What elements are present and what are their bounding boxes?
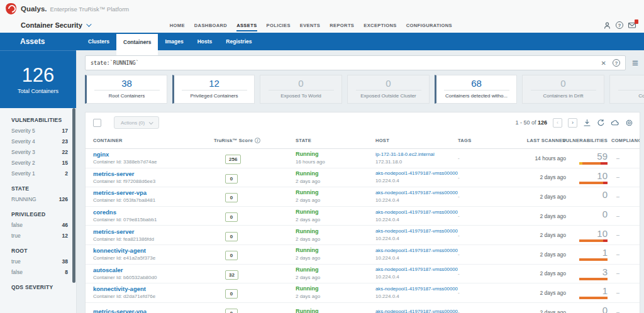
container-name-link[interactable]: metrics-server <box>93 170 214 177</box>
prev-page-button[interactable]: ‹ <box>553 118 562 128</box>
host-link[interactable]: aks-nodepool1-41979187-vmss000000 <box>375 286 458 292</box>
cloud-icon[interactable] <box>611 119 619 126</box>
filter-item[interactable]: false8 <box>11 269 68 275</box>
table-row[interactable]: metrics-server-vpa 0 Running <box>86 303 640 313</box>
nav-item[interactable]: REPORTS <box>330 19 354 31</box>
settings-gear-icon[interactable] <box>625 119 633 127</box>
actions-button-label: Actions (0) <box>121 120 145 126</box>
nav-item[interactable]: POLICIES <box>267 19 291 31</box>
filter-item[interactable]: Severity 215 <box>11 160 68 166</box>
filter-item[interactable]: true12 <box>11 233 68 239</box>
container-name-link[interactable]: nginx <box>93 151 214 158</box>
stat-card-value: 68 <box>471 78 482 89</box>
table-row[interactable]: metrics-server-vpa Container Id: 053fa7b… <box>86 187 640 207</box>
nav-item[interactable]: CONFIGURATIONS <box>406 19 452 31</box>
filter-item-label: false <box>11 269 23 275</box>
host-cell: aks-nodepool1-41979187-vmss000000 10.224… <box>375 248 458 261</box>
state-value: Running <box>296 266 375 273</box>
brand-name: Qualys. <box>21 5 47 13</box>
notifications-mail-icon[interactable] <box>628 21 636 29</box>
table-row[interactable]: konnectivity-agent Container Id: e41a2a5… <box>86 245 640 265</box>
user-icon[interactable] <box>603 21 611 30</box>
container-name-link[interactable]: konnectivity-agent <box>93 285 214 292</box>
nav-item[interactable]: EXCEPTIONS <box>364 19 396 31</box>
table-row[interactable]: metrics-server Container Id: f972088d6ee… <box>86 168 640 188</box>
column-header[interactable]: HOST <box>375 138 458 143</box>
column-header[interactable]: TruRisk™ Score i <box>214 138 296 143</box>
container-name-link[interactable]: autoscaler <box>93 266 214 273</box>
filter-item[interactable]: Severity 423 <box>11 138 68 145</box>
column-header[interactable]: CONTAINER <box>93 138 214 143</box>
search-help-icon[interactable]: ? <box>613 59 620 67</box>
tab[interactable]: Registries <box>219 33 258 50</box>
download-icon[interactable] <box>583 119 591 127</box>
stat-card[interactable]: 68 Containers detected witho... <box>435 75 517 104</box>
column-header[interactable]: TAGS <box>458 138 506 143</box>
table-row[interactable]: coredns Container Id: 079e815babb1 0 Run… <box>86 207 640 226</box>
stat-card[interactable]: 12 Privileged Containers <box>172 75 255 104</box>
container-name-link[interactable]: metrics-server-vpa <box>93 189 214 196</box>
filter-item[interactable]: Severity 517 <box>11 128 68 134</box>
vulnerabilities-cell: 10 <box>566 229 611 242</box>
column-header[interactable]: STATE <box>296 138 375 143</box>
host-link[interactable]: aks-nodepool1-41979187-vmss000000 <box>375 170 458 177</box>
stat-card[interactable]: 0 Containers in Drift <box>522 75 604 104</box>
container-cell: nginx Container Id: 3388eb7d74ae <box>93 151 214 165</box>
select-all-checkbox[interactable] <box>93 119 101 127</box>
table-row[interactable]: metrics-server Container Id: fea821386fd… <box>86 226 640 245</box>
nav-item[interactable]: EVENTS <box>300 19 320 31</box>
stat-card-divider <box>356 90 421 91</box>
nav-item[interactable]: ASSETS <box>236 19 257 31</box>
search-input[interactable]: state:`RUNNING` ✕ ? <box>85 55 626 70</box>
tab[interactable]: Containers <box>116 34 158 55</box>
table-row[interactable]: konnectivity-agent Container Id: d2da71e… <box>86 283 640 303</box>
tab[interactable]: Images <box>158 33 190 50</box>
filter-item[interactable]: Severity 12 <box>11 170 68 177</box>
container-id: Container Id: 053fa7ba8481 <box>93 197 214 204</box>
filter-item[interactable]: RUNNING126 <box>11 196 68 202</box>
tab[interactable]: Clusters <box>81 33 116 50</box>
module-switcher[interactable]: Container Security <box>21 21 90 29</box>
filter-item-label: Severity 3 <box>11 149 35 155</box>
column-header[interactable]: COMPLIANCE <box>611 138 640 143</box>
filter-item-count: 15 <box>62 160 68 166</box>
host-link[interactable]: aks-nodepool1-41979187-vmss000000 <box>375 309 458 313</box>
container-name-link[interactable]: coredns <box>93 209 214 216</box>
container-name-link[interactable]: metrics-server-vpa <box>93 308 214 313</box>
stat-card[interactable]: 38 Root Containers <box>85 75 167 104</box>
clear-search-icon[interactable]: ✕ <box>601 60 606 67</box>
table-row[interactable]: autoscaler Container Id: b60532ab80d0 32… <box>86 265 640 284</box>
nav-item[interactable]: DASHBOARD <box>194 19 227 31</box>
vuln-bar-segment <box>603 182 608 184</box>
filter-item[interactable]: Severity 322 <box>11 149 68 155</box>
host-link[interactable]: aks-nodepool1-41979187-vmss000000 <box>375 248 458 254</box>
help-icon[interactable]: ? <box>616 21 623 29</box>
stat-card[interactable]: 0 Exposed Outside Cluster <box>347 75 430 104</box>
filter-item[interactable]: false46 <box>11 222 68 228</box>
host-link[interactable]: aks-nodepool1-41979187-vmss000000 <box>375 190 458 196</box>
info-icon[interactable]: i <box>255 138 260 143</box>
column-header[interactable]: LAST SCANNED <box>506 138 566 143</box>
nav-item[interactable]: HOME <box>170 19 185 31</box>
refresh-icon[interactable] <box>597 119 605 127</box>
table-row[interactable]: nginx Container Id: 3388eb7d74ae 256 Run… <box>86 149 640 168</box>
menu-hamburger-icon[interactable]: ≡ <box>632 58 638 69</box>
host-link[interactable]: aks-nodepool1-41979187-vmss000000 <box>375 266 458 273</box>
container-id: Container Id: d2da71efd76e <box>93 294 214 300</box>
filter-item[interactable]: true38 <box>11 258 68 265</box>
filter-item-label: true <box>11 258 21 265</box>
host-link[interactable]: aks-nodepool1-41979187-vmss000000 <box>375 209 458 216</box>
container-name-link[interactable]: konnectivity-agent <box>93 247 214 254</box>
stat-card[interactable]: 0 Exposed To World <box>260 75 342 104</box>
stat-card[interactable]: Containers <box>609 75 644 104</box>
container-id: Container Id: b60532ab80d0 <box>93 275 214 281</box>
tab[interactable]: Hosts <box>191 33 219 50</box>
host-link[interactable]: ip-172-31-18-0.ec2.internal <box>375 151 458 158</box>
host-link[interactable]: aks-nodepool1-41979187-vmss000000 <box>375 228 458 234</box>
host-cell: ip-172-31-18-0.ec2.internal 172.31.18.0 <box>375 151 458 165</box>
actions-button[interactable]: Actions (0) <box>114 116 159 129</box>
container-name-link[interactable]: metrics-server <box>93 228 214 235</box>
next-page-button[interactable]: › <box>568 118 577 128</box>
sidebar-scrollbar[interactable] <box>72 108 75 283</box>
column-header[interactable]: VULNERABILITIES <box>566 138 611 143</box>
